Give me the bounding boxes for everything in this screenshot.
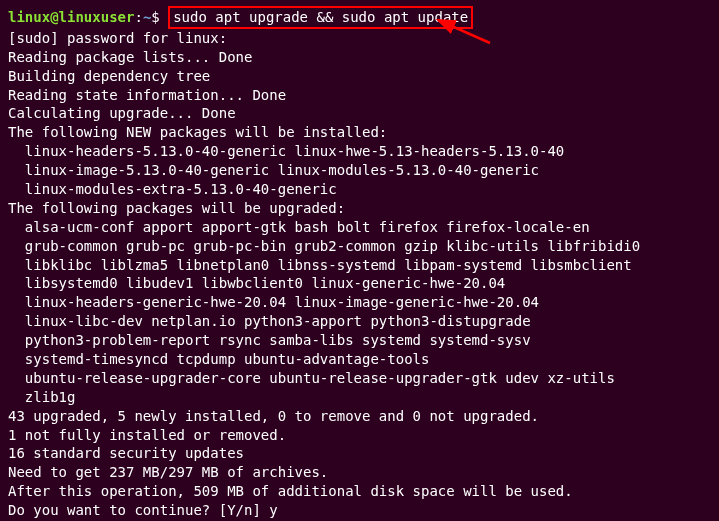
output-line: Need to get 237 MB/297 MB of archives. bbox=[8, 463, 711, 482]
command-text: sudo apt upgrade && sudo apt update bbox=[173, 9, 468, 25]
output-line: Building dependency tree bbox=[8, 67, 711, 86]
output-line: alsa-ucm-conf apport apport-gtk bash bol… bbox=[8, 218, 711, 237]
output-line: Reading state information... Done bbox=[8, 86, 711, 105]
output-line: 1 not fully installed or removed. bbox=[8, 426, 711, 445]
output-line: [sudo] password for linux: bbox=[8, 29, 711, 48]
output-line: The following NEW packages will be insta… bbox=[8, 123, 711, 142]
output-line: Calculating upgrade... Done bbox=[8, 104, 711, 123]
output-line: linux-modules-extra-5.13.0-40-generic bbox=[8, 180, 711, 199]
output-line: 43 upgraded, 5 newly installed, 0 to rem… bbox=[8, 407, 711, 426]
output-line: grub-common grub-pc grub-pc-bin grub2-co… bbox=[8, 237, 711, 256]
output-line: libklibc liblzma5 libnetplan0 libnss-sys… bbox=[8, 256, 711, 275]
output-line: The following packages will be upgraded: bbox=[8, 199, 711, 218]
output-line: linux-image-5.13.0-40-generic linux-modu… bbox=[8, 161, 711, 180]
output-line: libsystemd0 libudev1 libwbclient0 linux-… bbox=[8, 274, 711, 293]
output-line: zlib1g bbox=[8, 388, 711, 407]
output-line: ubuntu-release-upgrader-core ubuntu-rele… bbox=[8, 369, 711, 388]
terminal-area[interactable]: linux@linuxuser:~$ sudo apt upgrade && s… bbox=[8, 6, 711, 521]
output-line: linux-headers-generic-hwe-20.04 linux-im… bbox=[8, 293, 711, 312]
output-line: systemd-timesyncd tcpdump ubuntu-advanta… bbox=[8, 350, 711, 369]
user-host: linux@linuxuser bbox=[8, 9, 134, 25]
output-line: linux-headers-5.13.0-40-generic linux-hw… bbox=[8, 142, 711, 161]
colon: : bbox=[134, 9, 142, 25]
output-line: Do you want to continue? [Y/n] y bbox=[8, 501, 711, 520]
output-line: Reading package lists... Done bbox=[8, 48, 711, 67]
output-line: After this operation, 509 MB of addition… bbox=[8, 482, 711, 501]
dollar-prompt: $ bbox=[151, 9, 168, 25]
command-highlight-box: sudo apt upgrade && sudo apt update bbox=[168, 6, 473, 29]
output-line: python3-problem-report rsync samba-libs … bbox=[8, 331, 711, 350]
output-line: 16 standard security updates bbox=[8, 444, 711, 463]
prompt-line: linux@linuxuser:~$ sudo apt upgrade && s… bbox=[8, 6, 711, 29]
output-line: linux-libc-dev netplan.io python3-apport… bbox=[8, 312, 711, 331]
